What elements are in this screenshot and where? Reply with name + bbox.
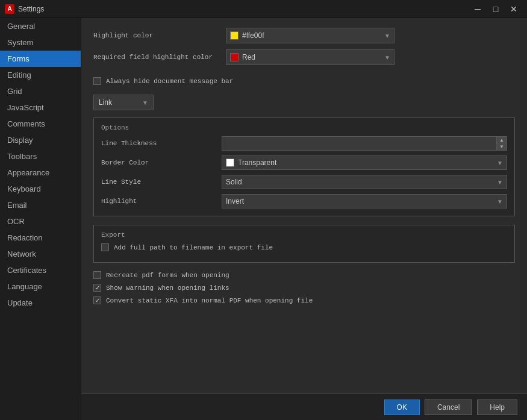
show-warning-row: ✓ Show warning when opening links: [93, 284, 515, 292]
add-full-path-row: Add full path to filename in export file: [101, 243, 507, 251]
sidebar-item-redaction[interactable]: Redaction: [0, 230, 81, 246]
required-color-dropdown[interactable]: Red ▼: [226, 49, 394, 65]
sidebar-item-email[interactable]: Email: [0, 197, 81, 213]
export-box: Export Add full path to filename in expo…: [93, 225, 515, 263]
maximize-button[interactable]: □: [487, 2, 504, 16]
line-thickness-field[interactable]: 0: [222, 139, 496, 148]
highlight-dropdown[interactable]: Invert ▼: [222, 194, 507, 208]
hide-message-bar-checkbox[interactable]: [93, 77, 101, 85]
sidebar-item-update[interactable]: Update: [0, 295, 81, 311]
convert-xfa-row: ✓ Convert static XFA into normal PDF whe…: [93, 296, 515, 304]
ok-button[interactable]: OK: [384, 400, 420, 415]
highlight-color-label: Highlight color: [93, 32, 226, 39]
help-button[interactable]: Help: [477, 400, 517, 415]
spinner-up-button[interactable]: ▲: [497, 137, 507, 143]
add-full-path-label: Add full path to filename in export file: [114, 244, 273, 251]
border-color-dropdown[interactable]: Transparent ▼: [222, 155, 507, 170]
sidebar-item-network[interactable]: Network: [0, 246, 81, 262]
sidebar-item-ocr[interactable]: OCR: [0, 213, 81, 230]
sidebar: General System Forms Editing Grid JavaSc…: [0, 18, 81, 420]
hide-message-bar-row: Always hide document message bar: [93, 77, 515, 85]
sidebar-item-grid[interactable]: Grid: [0, 83, 81, 99]
border-color-row: Border Color Transparent ▼: [101, 155, 507, 170]
close-button[interactable]: ✕: [505, 2, 522, 16]
highlight-label: Highlight: [101, 198, 222, 205]
content-inner: Highlight color #ffe00f ▼ Required field…: [93, 28, 515, 339]
line-style-arrow: ▼: [497, 179, 503, 186]
sidebar-item-language[interactable]: Language: [0, 278, 81, 295]
options-title: Options: [101, 124, 507, 131]
add-full-path-checkbox[interactable]: [101, 243, 109, 251]
convert-xfa-label: Convert static XFA into normal PDF when …: [106, 297, 313, 304]
sidebar-item-appearance[interactable]: Appearance: [0, 165, 81, 181]
recreate-pdf-checkbox[interactable]: [93, 271, 101, 279]
highlight-color-swatch: [230, 31, 239, 40]
show-warning-label: Show warning when opening links: [106, 284, 229, 292]
sidebar-item-certificates[interactable]: Certificates: [0, 262, 81, 278]
highlight-value: Invert: [226, 197, 497, 205]
sidebar-item-comments[interactable]: Comments: [0, 116, 81, 132]
content-area: Highlight color #ffe00f ▼ Required field…: [81, 18, 527, 420]
sidebar-item-general[interactable]: General: [0, 18, 81, 34]
required-color-value: Red: [242, 53, 384, 61]
border-color-arrow: ▼: [497, 160, 503, 166]
app-icon: A: [5, 4, 14, 14]
line-style-label: Line Style: [101, 178, 222, 186]
window-controls: ─ □ ✕: [469, 2, 522, 16]
required-color-arrow: ▼: [384, 54, 390, 61]
highlight-input-wrapper: Invert ▼: [222, 194, 507, 208]
line-style-row: Line Style Solid ▼: [101, 175, 507, 189]
hide-message-bar-label: Always hide document message bar: [106, 78, 233, 85]
highlight-color-value: #ffe00f: [242, 31, 384, 40]
highlight-row: Highlight Invert ▼: [101, 194, 507, 208]
recreate-pdf-label: Recreate pdf forms when opening: [106, 272, 229, 279]
sidebar-item-toolbars[interactable]: Toolbars: [0, 148, 81, 165]
required-color-control: Red ▼: [226, 49, 394, 65]
highlight-color-control: #ffe00f ▼: [226, 28, 394, 43]
title-bar: A Settings ─ □ ✕: [0, 0, 527, 18]
line-thickness-spinner: 0 ▲ ▼: [222, 136, 507, 151]
line-thickness-label: Line Thickness: [101, 140, 222, 147]
convert-xfa-checkbox[interactable]: ✓: [93, 296, 101, 304]
border-color-input-wrapper: Transparent ▼: [222, 155, 507, 170]
highlight-arrow: ▼: [497, 198, 503, 205]
border-color-swatch: [226, 158, 234, 167]
line-style-dropdown[interactable]: Solid ▼: [222, 175, 507, 189]
options-box: Options Line Thickness 0 ▲ ▼: [93, 118, 515, 216]
show-warning-checkbox[interactable]: ✓: [93, 284, 101, 292]
border-color-label: Border Color: [101, 159, 222, 166]
sidebar-item-editing[interactable]: Editing: [0, 67, 81, 83]
line-thickness-input-wrapper: 0 ▲ ▼: [222, 136, 507, 151]
line-style-input-wrapper: Solid ▼: [222, 175, 507, 189]
export-title: Export: [101, 231, 507, 239]
spinner-down-button[interactable]: ▼: [497, 143, 507, 150]
highlight-color-arrow: ▼: [384, 33, 390, 39]
window-title: Settings: [18, 5, 469, 13]
sidebar-item-keyboard[interactable]: Keyboard: [0, 181, 81, 197]
bottom-bar: OK Cancel Help: [81, 393, 527, 420]
recreate-pdf-row: Recreate pdf forms when opening: [93, 271, 515, 279]
cancel-button[interactable]: Cancel: [425, 400, 472, 415]
sidebar-item-forms[interactable]: Forms: [0, 51, 81, 67]
sidebar-item-javascript[interactable]: JavaScript: [0, 99, 81, 116]
main-container: General System Forms Editing Grid JavaSc…: [0, 18, 527, 420]
spinner-buttons: ▲ ▼: [496, 137, 507, 150]
link-dropdown-value: Link: [99, 98, 142, 107]
required-color-label: Required field highlight color: [93, 54, 226, 61]
border-color-value: Transparent: [238, 158, 497, 167]
line-style-value: Solid: [226, 178, 497, 186]
link-dropdown-arrow: ▼: [142, 99, 148, 106]
required-color-row: Required field highlight color Red ▼: [93, 49, 515, 65]
link-dropdown[interactable]: Link ▼: [93, 95, 154, 110]
sidebar-item-display[interactable]: Display: [0, 132, 81, 148]
minimize-button[interactable]: ─: [469, 2, 486, 16]
highlight-color-row: Highlight color #ffe00f ▼: [93, 28, 515, 43]
line-thickness-row: Line Thickness 0 ▲ ▼: [101, 136, 507, 151]
highlight-color-dropdown[interactable]: #ffe00f ▼: [226, 28, 394, 43]
required-color-swatch: [230, 53, 239, 61]
sidebar-item-system[interactable]: System: [0, 34, 81, 51]
